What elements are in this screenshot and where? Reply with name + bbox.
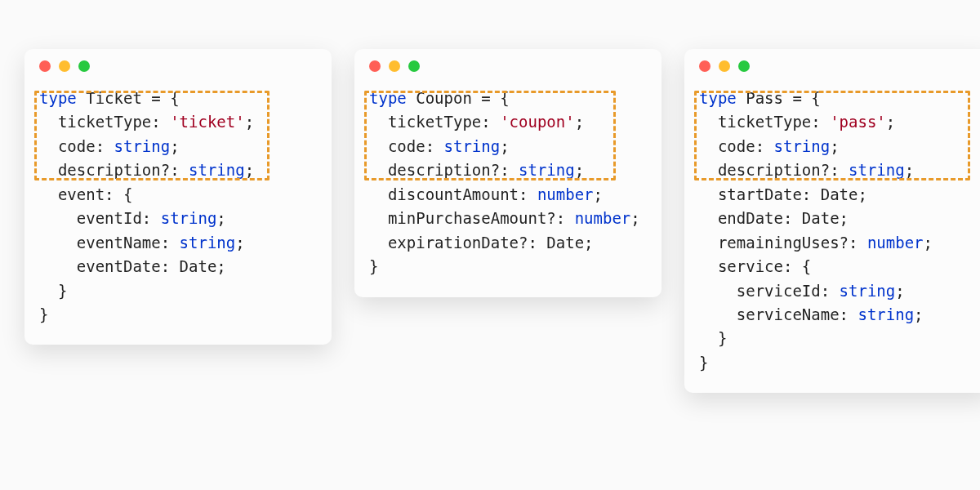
type-token: string <box>189 161 245 179</box>
code-text: Coupon = { <box>407 89 510 107</box>
code-block: type Ticket = { ticketType: 'ticket'; co… <box>39 87 317 327</box>
code-windows-row: type Ticket = { ticketType: 'ticket'; co… <box>0 0 980 442</box>
code-text: ; <box>630 209 639 227</box>
close-icon[interactable] <box>39 60 51 72</box>
type-token: string <box>180 234 236 252</box>
code-text: ; <box>905 161 914 179</box>
code-text: } <box>39 305 48 323</box>
keyword-token: type <box>369 89 407 107</box>
code-text: } <box>369 257 378 275</box>
code-text: description?: <box>39 161 189 179</box>
code-text: eventDate: Date; <box>39 257 226 275</box>
type-token: string <box>161 209 217 227</box>
minimize-icon[interactable] <box>719 60 730 72</box>
code-text: ; <box>924 234 933 252</box>
code-text: ticketType: <box>369 113 500 131</box>
code-text: ; <box>594 185 603 203</box>
keyword-token: type <box>39 89 77 107</box>
code-text: code: <box>369 137 444 155</box>
code-text: Ticket = { <box>77 89 180 107</box>
type-token: string <box>444 137 501 155</box>
code-text: description?: <box>699 161 849 179</box>
code-text: event: { <box>39 185 132 203</box>
code-text: code: <box>699 137 774 155</box>
minimize-icon[interactable] <box>59 60 70 72</box>
code-text: } <box>699 354 708 372</box>
code-text: serviceId: <box>699 282 840 300</box>
close-icon[interactable] <box>369 60 381 72</box>
code-text: ; <box>575 113 584 131</box>
type-token: string <box>840 282 896 300</box>
code-window-coupon: type Coupon = { ticketType: 'coupon'; co… <box>354 49 662 297</box>
code-text: ticketType: <box>39 113 170 131</box>
code-window-ticket: type Ticket = { ticketType: 'ticket'; co… <box>24 49 332 345</box>
code-text: eventName: <box>39 234 180 252</box>
code-window-pass: type Pass = { ticketType: 'pass'; code: … <box>684 49 980 393</box>
code-text: ; <box>500 137 509 155</box>
code-text: discountAmount: <box>369 185 537 203</box>
zoom-icon[interactable] <box>78 60 90 72</box>
code-text: ; <box>216 209 225 227</box>
code-text: ; <box>886 113 895 131</box>
type-token: string <box>858 305 914 323</box>
string-literal: 'pass' <box>830 113 886 131</box>
type-token: string <box>519 161 575 179</box>
code-text: description?: <box>369 161 519 179</box>
code-text: Pass = { <box>737 89 821 107</box>
window-controls <box>369 60 647 72</box>
code-text: minPurchaseAmount?: <box>369 209 575 227</box>
code-block: type Pass = { ticketType: 'pass'; code: … <box>699 87 977 375</box>
code-text: ; <box>170 137 179 155</box>
code-text: serviceName: <box>699 305 858 323</box>
code-text: startDate: Date; <box>699 185 867 203</box>
code-text: ; <box>235 234 244 252</box>
type-token: number <box>867 234 924 252</box>
window-controls <box>699 60 977 72</box>
code-text: endDate: Date; <box>699 209 849 227</box>
string-literal: 'ticket' <box>170 113 245 131</box>
code-text: } <box>699 329 727 347</box>
type-token: number <box>537 185 594 203</box>
code-text: eventId: <box>39 209 161 227</box>
code-text: } <box>39 282 67 300</box>
code-block: type Coupon = { ticketType: 'coupon'; co… <box>369 87 647 279</box>
code-text: ; <box>914 305 923 323</box>
code-text: ; <box>895 282 904 300</box>
type-token: number <box>575 209 631 227</box>
code-text: remainingUses?: <box>699 234 867 252</box>
zoom-icon[interactable] <box>738 60 750 72</box>
type-token: string <box>849 161 905 179</box>
window-controls <box>39 60 317 72</box>
code-text: service: { <box>699 257 811 275</box>
type-token: string <box>114 137 171 155</box>
code-text: ticketType: <box>699 113 830 131</box>
code-text: expirationDate?: Date; <box>369 234 594 252</box>
string-literal: 'coupon' <box>500 113 575 131</box>
zoom-icon[interactable] <box>408 60 420 72</box>
close-icon[interactable] <box>699 60 710 72</box>
keyword-token: type <box>699 89 737 107</box>
code-text: ; <box>245 161 254 179</box>
code-text: ; <box>245 113 254 131</box>
minimize-icon[interactable] <box>389 60 400 72</box>
type-token: string <box>774 137 831 155</box>
code-text: code: <box>39 137 114 155</box>
code-text: ; <box>830 137 839 155</box>
code-text: ; <box>575 161 584 179</box>
